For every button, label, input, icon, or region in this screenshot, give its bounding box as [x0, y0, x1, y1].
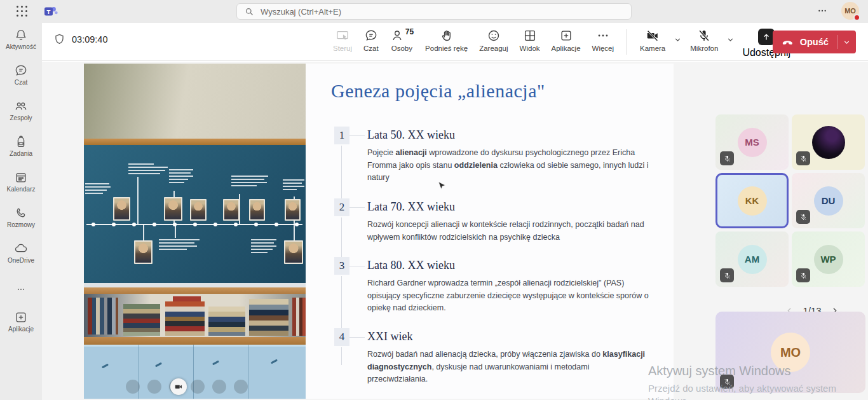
- mic-muted-icon: [720, 375, 734, 389]
- sidebar-item-teams[interactable]: Zespoły: [0, 99, 42, 121]
- mouse-cursor: [438, 182, 445, 195]
- leave-button[interactable]: Opuść: [773, 31, 856, 53]
- meeting-stage: Krzysztof Kowalik (Użytkownik zewnętrzny…: [42, 62, 868, 400]
- apps-button[interactable]: Aplikacje: [546, 26, 587, 55]
- view-button[interactable]: Widok: [514, 26, 546, 55]
- participant-count-badge: 75: [405, 27, 414, 36]
- slide-item-body: Rozwój badań nad alienacją dziecka, prób…: [367, 348, 651, 386]
- smiley-icon: [487, 29, 501, 43]
- mic-muted-icon: [796, 268, 810, 282]
- ellipsis-icon: [596, 29, 610, 43]
- apps-plus-icon: [559, 29, 573, 43]
- sidebar-item-onedrive[interactable]: OneDrive: [0, 242, 42, 264]
- raised-hand-icon: [440, 29, 454, 43]
- bell-icon: [14, 28, 28, 42]
- app-launcher-icon[interactable]: [17, 6, 28, 17]
- slide-item-heading: Lata 50. XX wieku: [367, 128, 455, 142]
- timeline-number-3: 3: [334, 257, 349, 275]
- profile-avatar[interactable]: MO: [841, 2, 859, 20]
- camera-off-icon: [645, 29, 660, 43]
- sidebar-item-apps[interactable]: Aplikacje: [0, 310, 42, 333]
- mic-muted-icon: [796, 151, 810, 165]
- more-options-icon[interactable]: [813, 3, 831, 19]
- sidebar-item-chat[interactable]: Czat: [0, 64, 42, 86]
- sidebar-item-assignments[interactable]: Zadania: [0, 135, 42, 157]
- control-button[interactable]: Steruj: [327, 26, 358, 55]
- take-control-icon: [336, 29, 349, 43]
- shared-video-photo: [84, 64, 306, 399]
- camera-button[interactable]: Kamera: [634, 26, 671, 55]
- sidebar-item-calls[interactable]: Rozmowy: [0, 206, 42, 228]
- plus-square-icon: [14, 310, 28, 324]
- participant-tile-video[interactable]: [792, 114, 865, 170]
- slide-item-body: Richard Gardner wprowadza termin „zespół…: [367, 277, 651, 315]
- camera-options-chevron-icon[interactable]: [671, 26, 684, 55]
- search-input[interactable]: Wyszukaj (Ctrl+Alt+E): [236, 3, 632, 20]
- slide-item-body: Rozwój koncepcji alienacji w kontekście …: [367, 219, 651, 244]
- participant-tile-du[interactable]: DU: [792, 173, 865, 228]
- timeline-number-2: 2: [334, 198, 349, 216]
- mic-off-icon: [697, 29, 711, 43]
- participant-tile-wp[interactable]: WP: [792, 231, 865, 287]
- shield-icon: [53, 33, 65, 45]
- slide-title: Geneza pojęcia „alienacja": [331, 80, 545, 102]
- phone-icon: [14, 206, 28, 220]
- react-button[interactable]: Zareaguj: [473, 26, 513, 55]
- sidebar-more-icon[interactable]: [0, 285, 42, 295]
- toolbar-divider: [626, 29, 627, 55]
- raise-hand-button[interactable]: Podnieś rękę: [419, 26, 473, 55]
- calendar-icon: [14, 170, 28, 184]
- faded-video-controls: [126, 380, 248, 394]
- left-sidebar: Aktywność Czat Zespoły Zadania: [0, 23, 42, 400]
- mic-muted-icon: [720, 268, 734, 282]
- more-button[interactable]: Więcej: [587, 26, 620, 55]
- timeline-number-1: 1: [334, 127, 349, 144]
- participant-tile-kk-active[interactable]: KK: [715, 173, 789, 228]
- hangup-phone-icon: [780, 34, 795, 50]
- teams-logo-icon: T: [43, 4, 58, 22]
- participant-tile-ms[interactable]: MS: [715, 114, 789, 170]
- people-button[interactable]: 75 Osoby: [384, 26, 419, 55]
- mic-button[interactable]: Mikrofon: [684, 26, 724, 55]
- presence-busy-dot: [853, 14, 860, 21]
- meeting-timer: 03:09:40: [53, 33, 107, 45]
- slide-item-heading: Lata 80. XX wieku: [367, 259, 455, 272]
- sidebar-item-activity[interactable]: Aktywność: [0, 28, 42, 50]
- people-group-icon: [14, 99, 28, 113]
- participant-video-avatar: [812, 126, 845, 159]
- search-placeholder: Wyszukaj (Ctrl+Alt+E): [261, 7, 341, 17]
- mic-options-chevron-icon[interactable]: [724, 26, 737, 55]
- meeting-chat-icon: [364, 29, 378, 43]
- mic-muted-icon: [796, 210, 810, 224]
- participant-tile-mo[interactable]: MO: [715, 312, 865, 393]
- chat-button[interactable]: Czat: [358, 26, 384, 55]
- person-icon: [390, 29, 404, 43]
- meeting-toolbar: 03:09:40 Steruj Czat: [42, 23, 868, 61]
- shared-slide: Geneza pojęcia „alienacja" 1 Lata 50. XX…: [306, 64, 674, 399]
- camera-control-icon[interactable]: [170, 378, 187, 395]
- meeting-window: 03:09:40 Steruj Czat: [42, 23, 868, 400]
- chat-icon: [14, 64, 28, 78]
- search-icon: [245, 7, 254, 17]
- participant-tile-am[interactable]: AM: [715, 231, 789, 287]
- backpack-icon: [14, 135, 28, 149]
- slide-item-body: Pojęcie alienacji wprowadzone do dyskurs…: [367, 147, 651, 184]
- teams-app: T Wyszukaj (Ctrl+Alt+E) MO Aktywność: [0, 0, 868, 400]
- slide-item-heading: XXI wiek: [367, 330, 412, 343]
- cloud-icon: [13, 242, 29, 256]
- sidebar-item-calendar[interactable]: Kalendarz: [0, 170, 42, 193]
- slide-item-heading: Lata 70. XX wieku: [367, 200, 455, 214]
- gallery-view-icon: [523, 29, 537, 43]
- timeline-number-4: 4: [334, 328, 349, 346]
- top-bar: T Wyszukaj (Ctrl+Alt+E) MO: [0, 0, 868, 23]
- mic-muted-icon: [720, 151, 734, 165]
- svg-text:T: T: [47, 8, 51, 15]
- leave-options-chevron-icon[interactable]: [838, 38, 856, 46]
